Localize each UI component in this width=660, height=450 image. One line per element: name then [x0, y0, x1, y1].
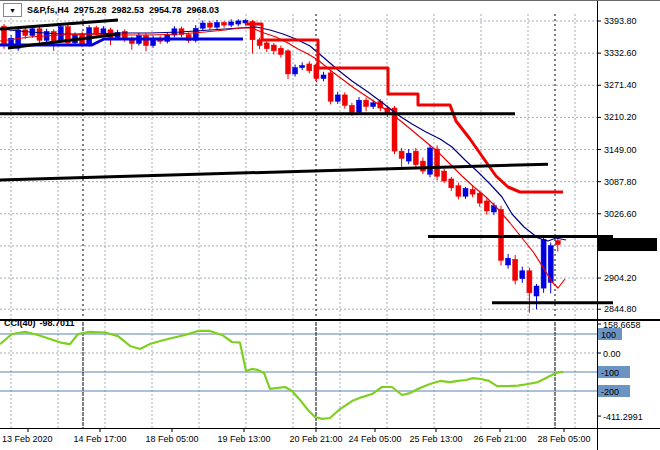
indicator-label: CCI(40) -98.7011: [4, 318, 75, 328]
price-label: 3026.60: [604, 209, 637, 219]
chart-title-bar: ▼ S&P,fs,H4 2975.28 2982.53 2954.78 2968…: [3, 3, 219, 17]
candle: [236, 19, 241, 26]
candle-body: [23, 30, 28, 36]
candle-body: [371, 103, 376, 107]
candle-body: [215, 22, 220, 27]
indicator-value: -98.7011: [40, 318, 75, 328]
rising-trendline: [0, 164, 548, 180]
candle-body: [513, 259, 518, 280]
quote-close: 2968.03: [187, 5, 220, 15]
symbol-dropdown-button[interactable]: ▼: [3, 3, 22, 17]
cci-level-label: -100: [601, 368, 619, 378]
time-label: 20 Feb 21:00: [289, 434, 342, 444]
price-label: 3210.20: [604, 112, 637, 122]
price-axis[interactable]: 3393.803332.603271.403210.203149.003087.…: [597, 16, 657, 422]
price-label: 2844.80: [604, 304, 637, 314]
candle-body: [541, 239, 546, 288]
candle-body: [555, 241, 560, 245]
dropdown-arrow-icon: ▼: [9, 7, 16, 14]
candle: [207, 21, 212, 30]
candle-body: [484, 201, 489, 211]
candle-body: [200, 23, 205, 28]
price-label: 3087.80: [604, 177, 637, 187]
time-label: 25 Feb 13:00: [409, 434, 462, 444]
price-label: 3149.00: [604, 145, 637, 155]
candle-body: [236, 21, 241, 24]
candle: [335, 92, 340, 104]
time-label: 18 Feb 05:00: [145, 434, 198, 444]
time-label: 14 Feb 17:00: [73, 434, 126, 444]
candle-body: [94, 28, 99, 33]
candle-body: [222, 22, 227, 25]
chart-window: 3393.803332.603271.403210.203149.003087.…: [0, 0, 660, 450]
cci-range-label: -411.2991: [603, 412, 643, 422]
time-label: 26 Feb 21:00: [473, 434, 526, 444]
candle-body: [477, 193, 482, 203]
candle: [520, 267, 525, 283]
candle-body: [37, 29, 42, 41]
candle-body: [527, 271, 532, 293]
candle: [222, 21, 227, 28]
candle-body: [342, 95, 347, 106]
candle-body: [470, 189, 475, 194]
time-axis[interactable]: 13 Feb 202014 Feb 17:0018 Feb 05:0019 Fe…: [2, 428, 591, 444]
candle: [534, 284, 539, 309]
price-label: 2904.20: [604, 273, 637, 283]
candle-body: [307, 64, 312, 71]
candle-body: [420, 161, 425, 171]
candle: [463, 187, 468, 199]
price-label: 3271.40: [604, 80, 637, 90]
price-label: 3332.60: [604, 48, 637, 58]
candle-body: [349, 105, 354, 112]
candle-body: [328, 73, 333, 101]
candle: [307, 61, 312, 73]
candle: [449, 177, 454, 191]
candle: [548, 242, 553, 293]
candle: [364, 98, 369, 112]
candle-body: [499, 209, 504, 260]
candle: [456, 183, 461, 200]
candle: [51, 29, 56, 51]
drawn-objects-layer: [0, 20, 613, 303]
candle: [264, 41, 269, 52]
candle: [37, 27, 42, 43]
candle: [420, 157, 425, 174]
candle: [300, 62, 305, 70]
chart-canvas[interactable]: 3393.803332.603271.403210.203149.003087.…: [0, 1, 660, 450]
candle-body: [321, 75, 326, 79]
candle-body: [207, 23, 212, 27]
time-label: 24 Feb 05:00: [348, 434, 401, 444]
candle: [215, 20, 220, 29]
candle: [442, 169, 447, 183]
candle-body: [406, 153, 411, 161]
grid-layer: [0, 14, 597, 428]
candle: [541, 235, 546, 293]
candle: [278, 46, 283, 58]
time-label: 19 Feb 13:00: [217, 434, 270, 444]
price-label: 3393.80: [604, 16, 637, 26]
candle-body: [449, 179, 454, 188]
candle-body: [278, 48, 283, 54]
candle: [406, 149, 411, 164]
candle: [200, 20, 205, 30]
candle-body: [264, 43, 269, 49]
quote-low: 2954.78: [149, 5, 182, 15]
candle: [286, 49, 291, 79]
quote-high: 2982.53: [111, 5, 144, 15]
candle: [413, 148, 418, 169]
candle-body: [364, 100, 369, 106]
time-label: 28 Feb 05:00: [537, 434, 590, 444]
candle: [342, 92, 347, 108]
candle-body: [463, 188, 468, 196]
candle-body: [87, 28, 92, 45]
candle: [357, 97, 362, 115]
candle-body: [399, 151, 404, 158]
candle: [506, 254, 511, 269]
candle-body: [413, 151, 418, 165]
candle-body: [229, 22, 234, 25]
cci-level-label: -200: [601, 387, 619, 397]
candle: [428, 145, 433, 178]
candle-body: [456, 186, 461, 197]
candle: [144, 33, 149, 51]
candle-body: [357, 100, 362, 112]
